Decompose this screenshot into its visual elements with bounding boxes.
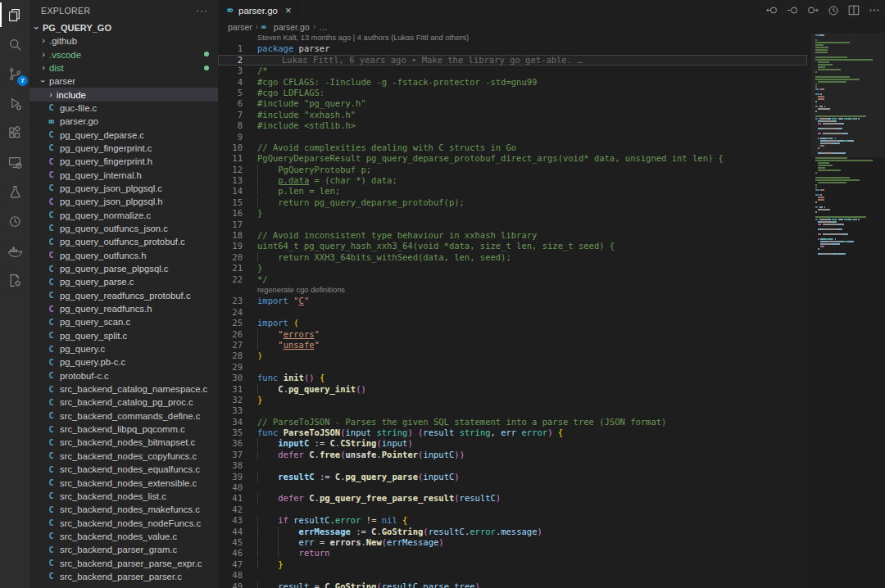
tree-item-src-backend-parser-parse-expr-c[interactable]: Csrc_backend_parser_parse_expr.c [30,556,218,569]
code-line-13[interactable]: 13 p.data = (char *) data; [218,175,807,186]
tree-item-pg-query-readfuncs-protobuf-c[interactable]: Cpg_query_readfuncs_protobuf.c [30,289,218,302]
code-line-9[interactable]: 9 [218,132,807,142]
tree-item-src-backend-parser-gram-c[interactable]: Csrc_backend_parser_gram.c [30,543,218,556]
minimap[interactable] [811,33,885,588]
testing-icon[interactable] [0,177,30,206]
tree-item-guc-file-c[interactable]: Cguc-file.c [30,102,218,115]
close-icon[interactable]: × [285,5,292,16]
breadcrumb-folder[interactable]: parser [228,22,252,32]
tree-item-src-backend-nodes-copyfuncs-c[interactable]: Csrc_backend_nodes_copyfuncs.c [30,450,218,463]
code-line-19[interactable]: 19uint64_t pg_query_hash_xxh3_64(void *d… [218,241,807,251]
tree-item-protobuf-c-c[interactable]: Cprotobuf-c.c [30,369,218,382]
code-line-20[interactable]: 20 return XXH3_64bits_withSeed(data, len… [218,252,807,263]
tree-item-pg-query-deparse-c[interactable]: Cpg_query_deparse.c [30,128,218,141]
code-line-42[interactable]: 42 [218,504,807,515]
tree-item-pg-query-outfuncs-protobuf-c[interactable]: Cpg_query_outfuncs_protobuf.c [30,235,218,248]
gitlens-blame-icon[interactable] [828,5,839,16]
breadcrumb-symbol[interactable]: … [319,22,328,32]
code-line-11[interactable]: 11PgQueryDeparseResult pg_query_deparse_… [218,153,807,164]
tree-item-pg-query-readfuncs-h[interactable]: Cpg_query_readfuncs.h [30,302,218,315]
tree-item-src-backend-catalog-pg-proc-c[interactable]: Csrc_backend_catalog_pg_proc.c [30,396,218,409]
file-settings-icon[interactable] [0,265,30,295]
code-line-14[interactable]: 14 p.len = len; [218,186,807,197]
code-line-39[interactable]: 39 resultC := C.pg_query_parse(inputC) [218,472,807,482]
code-line-26[interactable]: 26 "errors" [218,329,807,340]
tree-item-pg-query-json-plpgsql-h[interactable]: Cpg_query_json_plpgsql.h [30,195,218,208]
code-line-31[interactable]: 31 C.pg_query_init() [218,384,807,395]
code-editor[interactable]: Steven Kalt, 13 months ago | 4 authors (… [218,33,807,588]
tree-item-parser[interactable]: ›parser [30,75,218,88]
tree-root[interactable]: › PG_QUERY_GO [30,21,218,34]
tree-item-pg-query-pb-c-c[interactable]: Cpg_query.pb-c.c [30,355,218,369]
previous-change-icon[interactable] [766,5,778,16]
code-line-22[interactable]: 22*/ [218,274,807,285]
code-line-4[interactable]: 4#cgo CFLAGS: -Iinclude -g -fstack-prote… [218,77,807,88]
explorer-more-icon[interactable]: ··· [196,5,208,16]
codelens[interactable]: regenerate cgo definitions [218,285,807,296]
code-line-27[interactable]: 27 "unsafe" [218,340,807,351]
more-actions-icon[interactable] [869,5,880,16]
code-line-18[interactable]: 18// Avoid inconsistent type behaviour i… [218,230,807,241]
tree-item-pg-query-outfuncs-h[interactable]: Cpg_query_outfuncs.h [30,249,218,262]
code-line-33[interactable]: 33 [218,405,807,416]
tree-item-pg-query-normalize-c[interactable]: Cpg_query_normalize.c [30,208,218,221]
code-line-35[interactable]: 35func ParseToJSON(input string) (result… [218,427,807,438]
breadcrumb-file[interactable]: parser.go [274,22,310,32]
code-line-8[interactable]: 8#include <stdlib.h> [218,120,807,131]
tree-item-include[interactable]: ›include [30,88,218,101]
tree-item-src-backend-commands-define-c[interactable]: Csrc_backend_commands_define.c [30,409,218,423]
split-editor-icon[interactable] [848,5,860,16]
tree-item-pg-query-outfuncs-json-c[interactable]: Cpg_query_outfuncs_json.c [30,222,218,235]
run-debug-icon[interactable] [0,88,30,118]
code-line-47[interactable]: 47 } [218,559,807,570]
open-changes-icon[interactable] [787,5,798,16]
code-line-21[interactable]: 21} [218,263,807,274]
code-line-17[interactable]: 17 [218,219,807,230]
code-line-45[interactable]: 45 err = errors.New(errMessage) [218,537,807,548]
search-icon[interactable] [0,29,30,59]
code-line-38[interactable]: 38 [218,460,807,471]
tree-item-src-backend-nodes-extensible-c[interactable]: Csrc_backend_nodes_extensible.c [30,476,218,489]
code-line-6[interactable]: 6#include "pg_query.h" [218,98,807,109]
tree-item-pg-query-c[interactable]: Cpg_query.c [30,342,218,355]
code-line-7[interactable]: 7#include "xxhash.h" [218,110,807,120]
tree-item-pg-query-scan-c[interactable]: Cpg_query_scan.c [30,315,218,328]
code-line-5[interactable]: 5#cgo LDFLAGS: [218,88,807,98]
remote-explorer-icon[interactable] [0,147,30,177]
code-line-48[interactable]: 48 [218,570,807,581]
docker-icon[interactable] [0,236,30,265]
codelens[interactable]: Steven Kalt, 13 months ago | 4 authors (… [218,33,807,43]
code-line-1[interactable]: 1package parser [218,43,807,54]
tree-item--github[interactable]: ›.github [30,34,218,47]
code-line-23[interactable]: 23import "C" [218,296,807,306]
code-line-43[interactable]: 43 if resultC.error != nil { [218,515,807,526]
code-line-44[interactable]: 44 errMessage := C.GoString(resultC.erro… [218,527,807,537]
tree-item-pg-query-fingerprint-c[interactable]: Cpg_query_fingerprint.c [30,142,218,155]
code-line-32[interactable]: 32} [218,395,807,405]
gitlens-icon[interactable] [0,206,30,236]
explorer-icon[interactable] [0,0,30,29]
tree-item-pg-query-json-plpgsql-c[interactable]: Cpg_query_json_plpgsql.c [30,182,218,195]
tree-item-src-backend-nodes-equalfuncs-c[interactable]: Csrc_backend_nodes_equalfuncs.c [30,463,218,476]
next-change-icon[interactable] [807,5,819,16]
tree-item-src-backend-nodes-makefuncs-c[interactable]: Csrc_backend_nodes_makefuncs.c [30,503,218,516]
code-line-46[interactable]: 46 return [218,548,807,559]
code-line-16[interactable]: 16} [218,208,807,219]
tree-item-src-backend-libpq-pqcomm-c[interactable]: Csrc_backend_libpq_pqcomm.c [30,423,218,436]
code-line-40[interactable]: 40 [218,482,807,493]
tab-parser-go[interactable]: ∞ parser.go × [218,0,300,20]
tree-item-src-backend-parser-parser-c[interactable]: Csrc_backend_parser_parser.c [30,570,218,583]
code-line-41[interactable]: 41 defer C.pg_query_free_parse_result(re… [218,493,807,504]
tree-item-pg-query-parse-plpgsql-c[interactable]: Cpg_query_parse_plpgsql.c [30,262,218,275]
code-line-2[interactable]: 2Lukas Fittl, 6 years ago • Make the lib… [218,55,807,66]
code-line-49[interactable]: 49 result = C.GoString(resultC.parse_tre… [218,581,807,588]
tree-item-pg-query-internal-h[interactable]: Cpg_query_internal.h [30,168,218,181]
tree-item-dist[interactable]: ›dist [30,61,218,75]
code-line-15[interactable]: 15 return pg_query_deparse_protobuf(p); [218,197,807,208]
code-line-3[interactable]: 3/* [218,66,807,76]
tree-item-src-backend-nodes-value-c[interactable]: Csrc_backend_nodes_value.c [30,530,218,543]
tree-item-pg-query-parse-c[interactable]: Cpg_query_parse.c [30,275,218,288]
tree-item-src-backend-nodes-nodefuncs-c[interactable]: Csrc_backend_nodes_nodeFuncs.c [30,516,218,529]
tree-item-pg-query-split-c[interactable]: Cpg_query_split.c [30,329,218,342]
code-line-34[interactable]: 34// ParseToJSON - Parses the given SQL … [218,417,807,427]
